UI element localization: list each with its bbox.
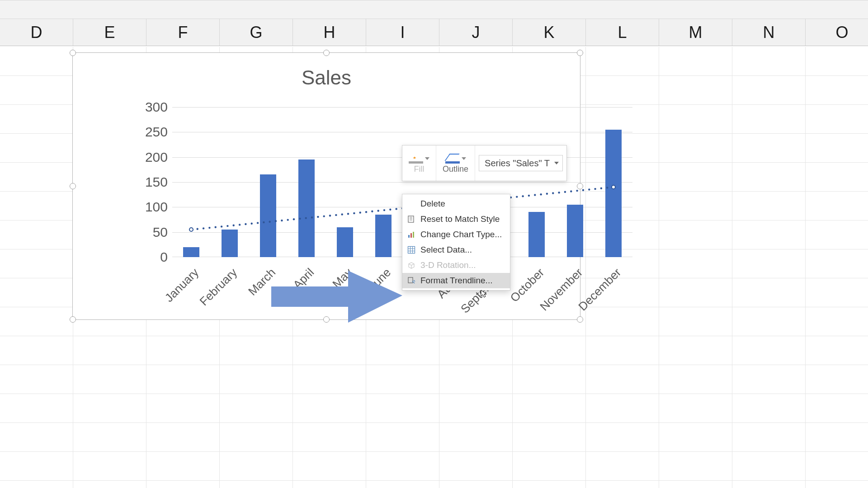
svg-rect-75 bbox=[408, 247, 415, 253]
grid-icon bbox=[407, 245, 416, 254]
y-tick-label: 300 bbox=[145, 99, 168, 115]
context-menu: Delete Reset to Match Style Change Chart… bbox=[402, 194, 510, 291]
cube-icon bbox=[407, 261, 416, 270]
chart-element-selector-text: Series "Sales" T bbox=[485, 158, 550, 169]
y-tick-label: 0 bbox=[160, 249, 168, 265]
x-tick-label: April bbox=[290, 266, 317, 292]
svg-rect-74 bbox=[413, 232, 414, 238]
ctx-label: Delete bbox=[420, 199, 445, 209]
chart-element-selector[interactable]: Series "Sales" T bbox=[479, 155, 563, 171]
pen-outline-icon bbox=[445, 154, 460, 164]
selection-handle[interactable] bbox=[70, 316, 76, 323]
ctx-select-data[interactable]: Select Data... bbox=[402, 242, 510, 258]
chevron-down-icon bbox=[554, 162, 559, 164]
chevron-down-icon bbox=[462, 157, 466, 160]
x-tick-label: January bbox=[162, 266, 202, 305]
svg-rect-71 bbox=[408, 216, 414, 222]
fill-button[interactable]: Fill bbox=[402, 145, 436, 181]
outline-button[interactable]: Outline bbox=[436, 145, 475, 181]
bar[interactable] bbox=[528, 212, 545, 257]
fill-bucket-icon bbox=[409, 154, 423, 164]
y-tick-label: 50 bbox=[153, 225, 168, 240]
bar[interactable] bbox=[375, 215, 392, 257]
ctx-label: 3-D Rotation... bbox=[420, 260, 476, 270]
ctx-label: Change Chart Type... bbox=[420, 230, 502, 239]
y-tick-label: 200 bbox=[145, 150, 168, 165]
column-header[interactable]: L bbox=[586, 19, 659, 46]
trendline-handle[interactable] bbox=[611, 185, 616, 189]
ctx-label: Select Data... bbox=[420, 245, 472, 255]
selection-handle[interactable] bbox=[323, 50, 330, 56]
fill-label: Fill bbox=[414, 164, 425, 174]
selection-handle[interactable] bbox=[577, 50, 583, 56]
outline-label: Outline bbox=[443, 164, 468, 174]
x-tick-label: June bbox=[366, 266, 394, 294]
column-header-row: D E F G H I J K L M N O bbox=[0, 19, 868, 46]
worksheet-grid[interactable]: Sales 300 250 200 150 100 50 0 bbox=[0, 47, 868, 488]
mini-toolbar: Fill Outline Series "Sales" T bbox=[402, 145, 567, 181]
ribbon-placeholder bbox=[0, 0, 868, 19]
column-header[interactable]: K bbox=[513, 19, 586, 46]
x-tick-label: May bbox=[330, 266, 355, 291]
column-header[interactable]: J bbox=[439, 19, 513, 46]
blank-icon bbox=[407, 199, 416, 208]
ctx-format-trendline[interactable]: Format Trendline... bbox=[402, 273, 510, 288]
ctx-label: Format Trendline... bbox=[420, 276, 492, 286]
column-header[interactable]: E bbox=[73, 19, 146, 46]
ctx-3d-rotation: 3-D Rotation... bbox=[402, 258, 510, 273]
column-header[interactable]: M bbox=[659, 19, 732, 46]
selection-handle[interactable] bbox=[70, 183, 76, 189]
x-tick-label: October bbox=[508, 266, 547, 305]
y-tick-label: 250 bbox=[145, 124, 168, 140]
x-tick-label: March bbox=[245, 266, 278, 299]
bar[interactable] bbox=[222, 230, 238, 257]
column-header[interactable]: D bbox=[0, 19, 73, 46]
column-header[interactable]: O bbox=[806, 19, 868, 46]
svg-rect-72 bbox=[408, 235, 410, 238]
bar[interactable] bbox=[298, 160, 315, 257]
bar[interactable] bbox=[337, 227, 353, 257]
format-icon bbox=[407, 276, 416, 285]
bar[interactable] bbox=[260, 174, 276, 257]
column-header[interactable]: G bbox=[220, 19, 293, 46]
svg-rect-76 bbox=[408, 277, 413, 283]
column-header[interactable]: N bbox=[732, 19, 806, 46]
bar[interactable] bbox=[605, 130, 622, 257]
trendline-handle[interactable] bbox=[189, 227, 193, 232]
chart-title[interactable]: Sales bbox=[73, 66, 580, 89]
y-tick-label: 100 bbox=[145, 199, 168, 215]
bar[interactable] bbox=[183, 247, 199, 257]
svg-rect-73 bbox=[410, 233, 412, 238]
ctx-label: Reset to Match Style bbox=[420, 214, 500, 224]
chart-icon bbox=[407, 230, 416, 239]
y-axis-labels: 300 250 200 150 100 50 0 bbox=[141, 107, 168, 257]
ctx-delete[interactable]: Delete bbox=[402, 196, 510, 211]
bar[interactable] bbox=[567, 205, 583, 257]
selection-handle[interactable] bbox=[70, 50, 76, 56]
chevron-down-icon bbox=[425, 157, 429, 160]
ctx-reset-style[interactable]: Reset to Match Style bbox=[402, 211, 510, 227]
column-header[interactable]: I bbox=[366, 19, 439, 46]
ctx-change-chart-type[interactable]: Change Chart Type... bbox=[402, 227, 510, 242]
reset-icon bbox=[407, 215, 416, 224]
x-tick-label: February bbox=[197, 266, 240, 309]
y-tick-label: 150 bbox=[145, 174, 168, 190]
column-header[interactable]: F bbox=[146, 19, 220, 46]
column-header[interactable]: H bbox=[293, 19, 366, 46]
